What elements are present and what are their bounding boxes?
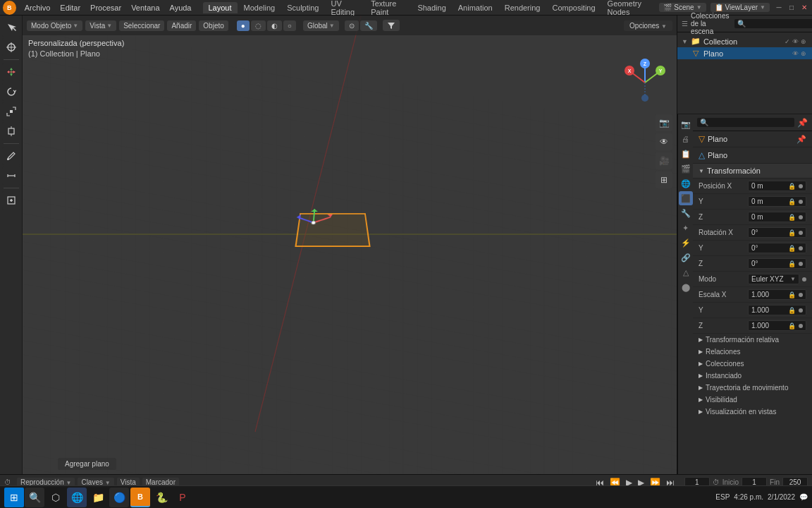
tab-shading[interactable]: Shading [412, 2, 451, 13]
viewport-proportional-btn[interactable]: ⊙ [345, 20, 359, 31]
toolbar-annotate[interactable] [2, 147, 20, 165]
outliner-restrict-icon[interactable]: ⊕ [801, 38, 806, 45]
viewport-view-btn[interactable]: Vista ▼ [85, 20, 116, 31]
menu-editar[interactable]: Editar [56, 2, 85, 13]
prop-rot-y-dot[interactable] [799, 246, 803, 250]
tab-sculpting[interactable]: Sculpting [281, 2, 324, 13]
subsection-visibility[interactable]: ▶ Visibilidad [693, 394, 812, 406]
tab-rendering[interactable]: Rendering [499, 2, 546, 13]
menu-archivo[interactable]: Archivo [20, 2, 55, 13]
prop-rot-y-input[interactable]: 0° 🔒 [748, 243, 806, 253]
prop-tab-modifiers[interactable]: 🔧 [679, 206, 693, 220]
close-button[interactable]: ✕ [799, 3, 809, 13]
scene-selector[interactable]: 🎬 Scene ▼ [659, 3, 706, 12]
prop-pos-z-lock[interactable]: 🔒 [788, 214, 796, 221]
grid-view-btn[interactable]: ⊞ [656, 171, 672, 188]
viewport-toggle-mat[interactable]: ◐ [267, 20, 282, 31]
prop-rot-x-input[interactable]: 0° 🔒 [748, 227, 806, 238]
outliner-search-input[interactable] [734, 19, 812, 28]
windows-start-btn[interactable]: ⊞ [4, 488, 24, 507]
outliner-hide-icon[interactable]: 👁 [792, 38, 799, 45]
taskbar-search[interactable]: 🔍 [25, 488, 44, 507]
menu-procesar[interactable]: Procesar [86, 2, 125, 13]
viewport-select-btn[interactable]: Seleccionar [119, 20, 164, 31]
viewport-global-btn[interactable]: Global ▼ [303, 20, 339, 31]
taskbar-notification[interactable]: 💬 [799, 493, 808, 501]
prop-pin-btn[interactable]: 📌 [796, 135, 806, 144]
toolbar-transform[interactable] [2, 122, 20, 140]
taskbar-explorer[interactable]: 📁 [88, 488, 108, 507]
tab-modeling[interactable]: Modeling [238, 2, 281, 13]
prop-search-input[interactable] [697, 118, 794, 127]
toolbar-cursor[interactable] [2, 38, 20, 56]
prop-mode-dropdown[interactable]: Euler XYZ ▼ [748, 274, 799, 284]
camera-btn2[interactable]: 🎥 [656, 152, 672, 169]
outliner-check-icon[interactable]: ✓ [785, 38, 790, 45]
toolbar-measure[interactable] [2, 167, 20, 185]
prop-rot-z-dot[interactable] [799, 262, 803, 266]
prop-tab-object[interactable]: ⬛ [679, 191, 693, 205]
prop-rot-z-input[interactable]: 0° 🔒 [748, 258, 806, 269]
outliner-obj-hide-icon[interactable]: 👁 [792, 50, 799, 57]
viewport-toggle-solid[interactable]: ● [237, 20, 250, 31]
prop-pos-z-input[interactable]: 0 m 🔒 [748, 212, 806, 222]
camera-view-btn[interactable]: 📷 [656, 114, 672, 131]
viewport-toggle-render[interactable]: ○ [283, 20, 296, 31]
maximize-button[interactable]: □ [787, 3, 796, 13]
subsection-relations[interactable]: ▶ Relaciones [693, 346, 812, 358]
subsection-instancing[interactable]: ▶ Instanciado [693, 370, 812, 382]
prop-scale-x-input[interactable]: 1.000 🔒 [748, 289, 806, 300]
prop-tab-view-layer[interactable]: 📋 [679, 147, 693, 161]
viewport-options-btn[interactable]: Opciones ▼ [624, 20, 672, 31]
prop-scale-y-input[interactable]: 1.000 🔒 [748, 305, 806, 315]
prop-pin-icon[interactable]: 📌 [797, 118, 808, 128]
taskbar-powerpoint[interactable]: P [173, 488, 192, 507]
toolbar-rotate[interactable] [2, 83, 20, 101]
outliner-obj-restrict-icon[interactable]: ⊕ [801, 50, 806, 57]
prop-pos-z-dot[interactable] [799, 215, 803, 219]
toolbar-add[interactable] [2, 191, 20, 210]
minimize-button[interactable]: ─ [774, 3, 784, 13]
prop-tab-render[interactable]: 📷 [679, 117, 693, 131]
prop-tab-scene[interactable]: 🎬 [679, 162, 693, 176]
toolbar-select[interactable] [2, 18, 20, 37]
tab-texture-paint[interactable]: Texture Paint [365, 0, 411, 18]
viewport-mode-btn[interactable]: Modo Objeto ▼ [27, 20, 82, 31]
subsection-rel-transform[interactable]: ▶ Transformación relativa [693, 334, 812, 346]
toolbar-scale[interactable] [2, 102, 20, 121]
plane-3d-object[interactable] [295, 213, 370, 247]
tab-uv-editing[interactable]: UV Editing [325, 0, 364, 18]
prop-pos-y-input[interactable]: 0 m 🔒 [748, 196, 806, 207]
viewport-toggle-wire[interactable]: ◌ [251, 20, 266, 31]
prop-pos-x-dot[interactable] [799, 184, 803, 188]
prop-tab-output[interactable]: 🖨 [679, 132, 693, 146]
add-plane-button[interactable]: Agregar plano [58, 458, 116, 470]
viewport-add-btn[interactable]: Añadir [167, 20, 196, 31]
tab-animation[interactable]: Animation [453, 2, 498, 13]
taskbar-task-view[interactable]: ⬡ [46, 488, 66, 507]
section-transformation[interactable]: ▼ Transformación [693, 164, 812, 179]
prop-mode-dot[interactable] [802, 277, 806, 282]
subsection-collections[interactable]: ▶ Colecciones [693, 358, 812, 370]
toolbar-move[interactable] [2, 63, 20, 81]
prop-pos-y-lock[interactable]: 🔒 [788, 198, 796, 205]
prop-scale-z-dot[interactable] [799, 324, 803, 328]
prop-pos-x-input[interactable]: 0 m 🔒 [748, 181, 806, 191]
prop-rot-x-lock[interactable]: 🔒 [788, 229, 796, 236]
prop-scale-x-dot[interactable] [799, 293, 803, 297]
taskbar-blender[interactable]: B [130, 488, 150, 507]
outliner-object-row[interactable]: ▽ Plano 👁 ⊕ [677, 47, 812, 59]
viewport-snap-btn[interactable]: 🔧 [360, 20, 377, 31]
outliner-collection-row[interactable]: ▼ 📁 Collection ✓ 👁 ⊕ [677, 35, 812, 47]
prop-tab-physics[interactable]: ⚡ [679, 236, 693, 250]
walk-mode-btn[interactable]: 👁 [656, 133, 672, 150]
taskbar-python[interactable]: 🐍 [152, 488, 171, 507]
prop-rot-y-lock[interactable]: 🔒 [788, 245, 796, 252]
prop-rot-z-lock[interactable]: 🔒 [788, 260, 796, 267]
viewport-filter-btn[interactable] [383, 20, 400, 31]
view-layer-selector[interactable]: 📋 ViewLayer ▼ [710, 3, 770, 12]
prop-tab-constraints[interactable]: 🔗 [679, 250, 693, 265]
prop-pos-y-dot[interactable] [799, 200, 803, 204]
viewport-object-btn[interactable]: Objeto [199, 20, 228, 31]
subsection-viewport-display[interactable]: ▶ Visualización en vistas [693, 406, 812, 418]
